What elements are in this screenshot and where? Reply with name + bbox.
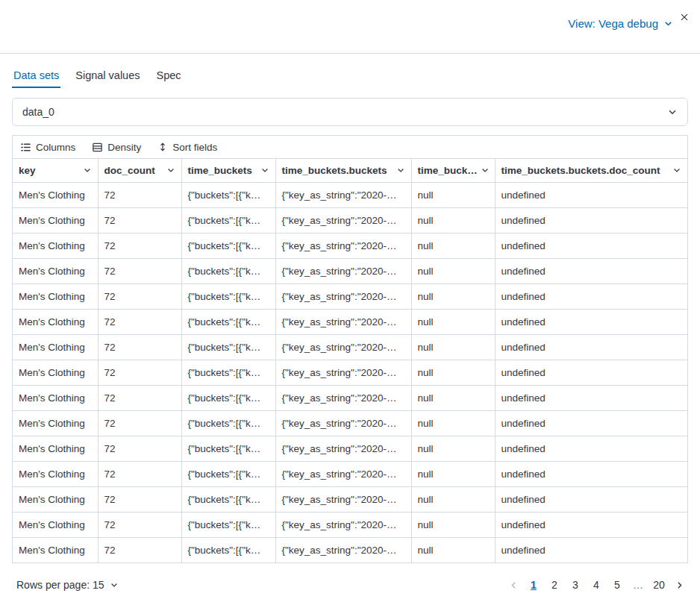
table-cell[interactable]: 72 bbox=[98, 334, 181, 360]
table-cell[interactable]: Men's Clothing bbox=[13, 233, 98, 258]
column-header-time-buckets-buckets-doc-count[interactable]: time_buckets.buckets.doc_count bbox=[495, 159, 687, 182]
table-cell[interactable]: {"buckets":[{"k… bbox=[181, 410, 275, 436]
table-cell[interactable]: {"buckets":[{"k… bbox=[181, 309, 275, 334]
rows-per-page-button[interactable]: Rows per page: 15 bbox=[12, 579, 119, 591]
table-cell[interactable]: undefined bbox=[495, 537, 687, 563]
table-cell[interactable]: null bbox=[411, 283, 495, 309]
table-cell[interactable]: Men's Clothing bbox=[13, 360, 98, 385]
table-cell[interactable]: {"key_as_string":"2020-… bbox=[275, 436, 411, 461]
table-cell[interactable]: Men's Clothing bbox=[13, 182, 98, 207]
table-cell[interactable]: null bbox=[411, 461, 495, 486]
table-cell[interactable]: Men's Clothing bbox=[13, 410, 98, 436]
table-cell[interactable]: undefined bbox=[495, 410, 687, 436]
table-cell[interactable]: {"key_as_string":"2020-… bbox=[275, 182, 411, 207]
next-page-button[interactable] bbox=[670, 576, 688, 594]
table-cell[interactable]: {"key_as_string":"2020-… bbox=[275, 537, 411, 563]
table-cell[interactable]: {"buckets":[{"k… bbox=[181, 334, 275, 360]
table-cell[interactable]: 72 bbox=[98, 258, 181, 283]
table-cell[interactable]: {"buckets":[{"k… bbox=[181, 486, 275, 512]
table-cell[interactable]: {"key_as_string":"2020-… bbox=[275, 309, 411, 334]
table-cell[interactable]: undefined bbox=[495, 461, 687, 486]
table-cell[interactable]: Men's Clothing bbox=[13, 258, 98, 283]
column-header-doc-count[interactable]: doc_count bbox=[98, 159, 181, 182]
table-cell[interactable]: {"buckets":[{"k… bbox=[181, 182, 275, 207]
table-cell[interactable]: Men's Clothing bbox=[13, 283, 98, 309]
table-cell[interactable]: undefined bbox=[495, 486, 687, 512]
table-cell[interactable]: {"buckets":[{"k… bbox=[181, 283, 275, 309]
table-cell[interactable]: 72 bbox=[98, 436, 181, 461]
table-cell[interactable]: {"key_as_string":"2020-… bbox=[275, 207, 411, 233]
view-selector[interactable]: View: Vega debug bbox=[568, 17, 673, 30]
table-cell[interactable]: null bbox=[411, 334, 495, 360]
pagination-page-4[interactable]: 4 bbox=[587, 575, 606, 595]
pagination-page-1[interactable]: 1 bbox=[524, 575, 543, 595]
table-cell[interactable]: 72 bbox=[98, 182, 181, 207]
table-cell[interactable]: Men's Clothing bbox=[13, 385, 98, 410]
table-cell[interactable]: null bbox=[411, 360, 495, 385]
pagination-page-20[interactable]: 20 bbox=[649, 575, 669, 595]
tab-data-sets[interactable]: Data sets bbox=[12, 63, 60, 88]
table-cell[interactable]: Men's Clothing bbox=[13, 461, 98, 486]
table-cell[interactable]: {"buckets":[{"k… bbox=[181, 512, 275, 537]
dataset-select[interactable]: data_0 bbox=[12, 98, 688, 126]
table-cell[interactable]: 72 bbox=[98, 233, 181, 258]
table-cell[interactable]: undefined bbox=[495, 385, 687, 410]
table-cell[interactable]: 72 bbox=[98, 360, 181, 385]
table-cell[interactable]: {"key_as_string":"2020-… bbox=[275, 283, 411, 309]
table-cell[interactable]: {"buckets":[{"k… bbox=[181, 537, 275, 563]
table-cell[interactable]: {"buckets":[{"k… bbox=[181, 385, 275, 410]
table-cell[interactable]: {"buckets":[{"k… bbox=[181, 360, 275, 385]
table-cell[interactable]: Men's Clothing bbox=[13, 207, 98, 233]
table-cell[interactable]: {"buckets":[{"k… bbox=[181, 436, 275, 461]
close-button[interactable] bbox=[676, 9, 693, 25]
table-cell[interactable]: {"key_as_string":"2020-… bbox=[275, 486, 411, 512]
table-cell[interactable]: null bbox=[411, 182, 495, 207]
table-cell[interactable]: {"buckets":[{"k… bbox=[181, 233, 275, 258]
table-cell[interactable]: undefined bbox=[495, 360, 687, 385]
table-cell[interactable]: null bbox=[411, 436, 495, 461]
table-cell[interactable]: null bbox=[411, 512, 495, 537]
table-cell[interactable]: null bbox=[411, 537, 495, 563]
table-cell[interactable]: {"key_as_string":"2020-… bbox=[275, 360, 411, 385]
table-cell[interactable]: {"key_as_string":"2020-… bbox=[275, 334, 411, 360]
table-cell[interactable]: {"buckets":[{"k… bbox=[181, 258, 275, 283]
density-button[interactable]: Density bbox=[92, 142, 141, 153]
table-cell[interactable]: undefined bbox=[495, 233, 687, 258]
previous-page-button[interactable] bbox=[504, 576, 522, 594]
table-cell[interactable]: {"key_as_string":"2020-… bbox=[275, 258, 411, 283]
table-cell[interactable]: 72 bbox=[98, 385, 181, 410]
table-cell[interactable]: null bbox=[411, 233, 495, 258]
table-cell[interactable]: 72 bbox=[98, 410, 181, 436]
table-cell[interactable]: Men's Clothing bbox=[13, 436, 98, 461]
table-cell[interactable]: Men's Clothing bbox=[13, 309, 98, 334]
table-cell[interactable]: undefined bbox=[495, 309, 687, 334]
column-header-time-buck-truncated[interactable]: time_buck… bbox=[411, 159, 495, 182]
table-cell[interactable]: {"key_as_string":"2020-… bbox=[275, 233, 411, 258]
table-cell[interactable]: {"key_as_string":"2020-… bbox=[275, 385, 411, 410]
sort-fields-button[interactable]: Sort fields bbox=[157, 142, 217, 153]
table-cell[interactable]: Men's Clothing bbox=[13, 512, 98, 537]
table-cell[interactable]: {"key_as_string":"2020-… bbox=[275, 461, 411, 486]
table-cell[interactable]: undefined bbox=[495, 258, 687, 283]
table-cell[interactable]: null bbox=[411, 258, 495, 283]
table-cell[interactable]: {"key_as_string":"2020-… bbox=[275, 410, 411, 436]
column-header-key[interactable]: key bbox=[13, 159, 98, 182]
table-cell[interactable]: 72 bbox=[98, 537, 181, 563]
table-cell[interactable]: {"buckets":[{"k… bbox=[181, 207, 275, 233]
table-cell[interactable]: undefined bbox=[495, 436, 687, 461]
table-cell[interactable]: Men's Clothing bbox=[13, 334, 98, 360]
table-cell[interactable]: 72 bbox=[98, 486, 181, 512]
table-cell[interactable]: null bbox=[411, 486, 495, 512]
pagination-page-2[interactable]: 2 bbox=[545, 575, 564, 595]
table-cell[interactable]: {"key_as_string":"2020-… bbox=[275, 512, 411, 537]
table-cell[interactable]: 72 bbox=[98, 461, 181, 486]
table-cell[interactable]: 72 bbox=[98, 512, 181, 537]
table-cell[interactable]: Men's Clothing bbox=[13, 537, 98, 563]
table-cell[interactable]: Men's Clothing bbox=[13, 486, 98, 512]
table-cell[interactable]: null bbox=[411, 410, 495, 436]
table-cell[interactable]: null bbox=[411, 385, 495, 410]
column-header-time-buckets-buckets[interactable]: time_buckets.buckets bbox=[275, 159, 411, 182]
tab-signal-values[interactable]: Signal values bbox=[74, 63, 141, 88]
table-cell[interactable]: undefined bbox=[495, 512, 687, 537]
table-cell[interactable]: {"buckets":[{"k… bbox=[181, 461, 275, 486]
